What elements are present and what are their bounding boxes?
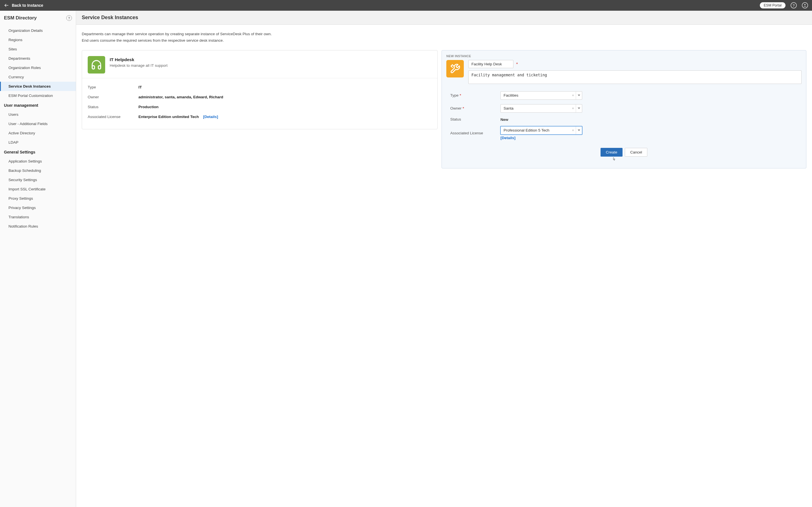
back-label: Back to Instance bbox=[12, 3, 43, 8]
instance-card: IT Helpdesk Helpdesk to manage all IT su… bbox=[82, 50, 438, 129]
license-details-link[interactable]: [Details] bbox=[500, 136, 515, 140]
back-arrow-icon bbox=[4, 3, 9, 8]
nav-heading-general-settings: General Settings bbox=[0, 147, 76, 157]
page-desc-line1: Departments can manage their service ope… bbox=[82, 31, 806, 38]
instance-icon-it bbox=[88, 56, 105, 73]
user-avatar-icon[interactable] bbox=[802, 2, 808, 8]
label-type: Type bbox=[88, 85, 139, 89]
label-license: Associated License bbox=[88, 115, 139, 119]
help-icon[interactable]: ? bbox=[791, 2, 797, 8]
owner-select[interactable]: Santa × bbox=[500, 104, 582, 113]
clear-icon[interactable]: × bbox=[570, 128, 576, 132]
nav-heading-user-management: User management bbox=[0, 100, 76, 110]
nav-import-ssl-certificate[interactable]: Import SSL Certificate bbox=[0, 184, 76, 194]
nav-users[interactable]: Users bbox=[0, 110, 76, 119]
required-indicator: * bbox=[460, 93, 461, 98]
chevron-down-icon bbox=[576, 105, 582, 112]
nav-active-directory[interactable]: Active Directory bbox=[0, 128, 76, 138]
clear-icon[interactable]: × bbox=[570, 106, 576, 110]
chevron-down-icon bbox=[576, 126, 582, 134]
cursor-pointer-icon bbox=[612, 157, 616, 163]
nav-organization-roles[interactable]: Organization Roles bbox=[0, 63, 76, 72]
required-indicator: * bbox=[516, 62, 518, 66]
value-status: Production bbox=[139, 105, 432, 109]
nav-application-settings[interactable]: Application Settings bbox=[0, 157, 76, 166]
value-owner: administrator, santa, amanda, Edward, Ri… bbox=[139, 95, 432, 99]
new-instance-heading: NEW INSTANCE bbox=[446, 54, 802, 58]
svg-marker-3 bbox=[578, 108, 580, 109]
page-title: Service Desk Instances bbox=[82, 15, 806, 20]
svg-point-1 bbox=[804, 4, 806, 5]
nav-organization-details[interactable]: Organization Details bbox=[0, 26, 76, 35]
nav-currency[interactable]: Currency bbox=[0, 72, 76, 82]
license-select[interactable]: Professional Edition 5 Tech × bbox=[500, 126, 582, 135]
form-label-owner: Owner bbox=[450, 106, 462, 110]
sidebar-help-icon[interactable]: ? bbox=[66, 15, 72, 21]
cancel-button[interactable]: Cancel bbox=[625, 148, 647, 157]
sidebar: ESM Directory ? Organization Details Reg… bbox=[0, 11, 76, 507]
nav-regions[interactable]: Regions bbox=[0, 35, 76, 45]
nav-privacy-settings[interactable]: Privacy Settings bbox=[0, 203, 76, 212]
svg-marker-2 bbox=[578, 95, 580, 96]
value-type: IT bbox=[139, 85, 432, 89]
label-owner: Owner bbox=[88, 95, 139, 99]
nav-security-settings[interactable]: Security Settings bbox=[0, 175, 76, 184]
nav-departments[interactable]: Departments bbox=[0, 54, 76, 63]
instance-subtitle: Helpdesk to manage all IT support bbox=[110, 63, 167, 68]
nav-backup-scheduling[interactable]: Backup Scheduling bbox=[0, 166, 76, 175]
esm-portal-pill[interactable]: ESM Portal bbox=[760, 2, 785, 8]
svg-marker-4 bbox=[578, 129, 580, 131]
nav-user-additional-fields[interactable]: User - Additional Fields bbox=[0, 119, 76, 128]
page-desc-line2: End users consume the required services … bbox=[82, 38, 806, 44]
owner-select-value: Santa bbox=[504, 106, 570, 110]
type-select[interactable]: Facilities × bbox=[500, 91, 582, 100]
new-instance-card: NEW INSTANCE * bbox=[442, 50, 806, 168]
clear-icon[interactable]: × bbox=[570, 93, 576, 98]
license-select-value: Professional Edition 5 Tech bbox=[504, 128, 570, 132]
create-button[interactable]: Create bbox=[601, 148, 623, 157]
instance-icon-facility[interactable] bbox=[446, 60, 464, 77]
value-license: Enterprise Edition unlimited Tech bbox=[139, 115, 199, 119]
nav-proxy-settings[interactable]: Proxy Settings bbox=[0, 194, 76, 203]
form-label-status: Status bbox=[450, 117, 461, 121]
sidebar-title: ESM Directory bbox=[4, 15, 37, 21]
back-to-instance-link[interactable]: Back to Instance bbox=[4, 3, 43, 8]
chevron-down-icon bbox=[576, 92, 582, 100]
instance-title: IT Helpdesk bbox=[110, 57, 167, 62]
nav-notification-rules[interactable]: Notification Rules bbox=[0, 222, 76, 231]
form-label-type: Type bbox=[450, 93, 458, 98]
nav-service-desk-instances[interactable]: Service Desk Instances bbox=[0, 82, 76, 91]
label-status: Status bbox=[88, 105, 139, 109]
nav-ldap[interactable]: LDAP bbox=[0, 138, 76, 147]
license-details-link[interactable]: [Details] bbox=[203, 115, 218, 119]
nav-translations[interactable]: Translations bbox=[0, 212, 76, 222]
type-select-value: Facilities bbox=[504, 93, 570, 98]
nav-esm-portal-customization[interactable]: ESM Portal Customization bbox=[0, 91, 76, 100]
topbar: Back to Instance ESM Portal ? bbox=[0, 0, 812, 11]
instance-description-input[interactable] bbox=[468, 70, 802, 84]
required-indicator: * bbox=[463, 106, 464, 110]
form-label-license: Associated License bbox=[450, 131, 483, 135]
nav-sites[interactable]: Sites bbox=[0, 45, 76, 54]
form-value-status: New bbox=[500, 117, 508, 122]
instance-name-input[interactable] bbox=[468, 60, 513, 68]
main-content: Service Desk Instances Departments can m… bbox=[76, 11, 812, 507]
